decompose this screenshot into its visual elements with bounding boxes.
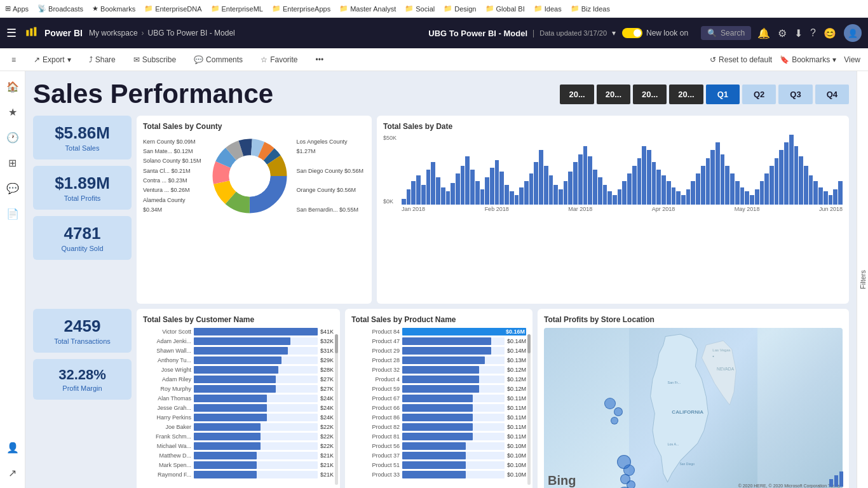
customer-bar-row: Roy Murphy $27K [143, 385, 334, 393]
product-bar-row: Product 4 $0.12M [351, 376, 526, 383]
county-label-5: Ventura ... $0.26M [143, 186, 203, 195]
globalbi-bookmark[interactable]: 📁 Global BI [485, 4, 525, 13]
product-scrollbar[interactable] [527, 334, 531, 485]
product-bar-track [402, 404, 505, 412]
user-avatar[interactable]: 👤 [844, 24, 862, 42]
date-bar-item [784, 142, 789, 205]
customer-bar-value: $24K [320, 395, 334, 402]
customer-bar-row: Raymond F... $21K [143, 471, 334, 478]
bookmarks-bar: ⊞ Apps 📡 Broadcasts ★ Bookmarks 📁 Enterp… [0, 0, 868, 18]
bookmarks-bookmark[interactable]: ★ Bookmarks [92, 4, 135, 13]
bizideas-bookmark[interactable]: 📁 Biz Ideas [571, 4, 610, 13]
q2-button[interactable]: Q2 [742, 85, 776, 104]
sidebar-expand[interactable]: ↗ [3, 463, 23, 483]
date-bar-item [446, 191, 451, 205]
product-chart-card: Total Sales by Product Name Product 84 $… [345, 309, 532, 488]
enterpriseapps-bookmark[interactable]: 📁 EnterpriseApps [272, 4, 330, 13]
separator: | [532, 29, 534, 37]
map-chart-title: Total Profits by Store Location [544, 315, 843, 324]
customer-bar-row: Anthony Tu... $29K [143, 356, 334, 364]
product-name: Product 66 [351, 405, 402, 411]
svg-rect-1 [30, 29, 32, 36]
design-bookmark[interactable]: 📁 Design [444, 4, 476, 13]
sidebar-favorite[interactable]: ★ [3, 102, 23, 122]
county-chart-title: Total Sales by County [143, 122, 365, 131]
svg-rect-26 [834, 475, 838, 487]
customer-scroll-thumb[interactable] [335, 334, 338, 353]
notification-icon[interactable]: 🔔 [757, 27, 770, 39]
filters-label[interactable]: Filters [859, 270, 867, 289]
date-bar-item [775, 158, 779, 205]
dropdown-icon[interactable]: ▾ [612, 29, 616, 37]
comments-button[interactable]: 💬 Comments [190, 53, 247, 67]
date-bar-item [715, 142, 720, 205]
year-btn-0[interactable]: 20... [560, 85, 593, 104]
date-bar-item [603, 185, 607, 205]
search-box[interactable]: 🔍 Search [701, 26, 751, 40]
customer-scrollbar[interactable] [335, 334, 338, 485]
ideas-bookmark[interactable]: 📁 Ideas [534, 4, 562, 13]
product-bar-track [402, 395, 505, 402]
date-bar-item [804, 166, 808, 205]
q3-button[interactable]: Q3 [778, 85, 812, 104]
date-bar-item [833, 189, 837, 205]
q1-button[interactable]: Q1 [706, 85, 740, 104]
enterprisedna-bookmark[interactable]: 📁 EnterpriseDNA [144, 4, 201, 13]
bookmarks-chevron: ▾ [832, 55, 836, 64]
product-bar-track [402, 347, 505, 355]
year-btn-2[interactable]: 20... [633, 85, 667, 104]
bookmarks-menu-button[interactable]: 🔖 Bookmarks ▾ [780, 55, 836, 64]
download-icon[interactable]: ⬇ [794, 27, 803, 39]
bing-logo: Bing [548, 473, 576, 488]
customer-bar-fill [194, 442, 261, 450]
enterpriseml-bookmark[interactable]: 📁 EnterpriseML [211, 4, 263, 13]
main-layout: 🏠 ★ 🕐 ⊞ 💬 📄 👤 ↗ Sales Performance 20... … [0, 71, 868, 488]
new-look-toggle[interactable] [622, 28, 642, 38]
help-icon[interactable]: ? [810, 27, 816, 39]
q4-button[interactable]: Q4 [815, 85, 849, 104]
customer-bar-row: Jesse Grah... $24K [143, 404, 334, 412]
hamburger-icon[interactable]: ☰ [6, 26, 17, 40]
year-btn-3[interactable]: 20... [669, 85, 703, 104]
nav-model[interactable]: UBG To Power BI - Model [148, 29, 235, 37]
date-bar-item [721, 154, 725, 205]
social-bookmark[interactable]: 📁 Social [405, 4, 435, 13]
date-bar-item [706, 158, 710, 205]
date-bar-item [407, 189, 411, 205]
date-chart-card: Total Sales by Date $50K $0K Jan 2018 Fe… [377, 116, 849, 304]
reset-button[interactable]: ↺ Reset to default [710, 55, 772, 64]
apps-bookmark[interactable]: ⊞ Apps [5, 4, 29, 13]
customer-bars: Victor Scott $41K Adam Jenki... $32K Sha… [143, 328, 334, 478]
view-button[interactable]: View [844, 55, 860, 64]
date-bar-item [461, 166, 465, 205]
settings-icon[interactable]: ⚙ [778, 27, 787, 39]
svg-text:San Fr...: San Fr... [668, 381, 681, 384]
sidebar-recent[interactable]: 🕐 [3, 127, 23, 147]
subscribe-button[interactable]: ✉ Subscribe [130, 53, 180, 67]
date-bar-item [696, 173, 700, 205]
masteranalyst-bookmark[interactable]: 📁 Master Analyst [339, 4, 396, 13]
customer-bar-row: Adam Riley $27K [143, 376, 334, 383]
menu-button[interactable]: ≡ [8, 53, 20, 67]
product-name: Product 56 [351, 443, 402, 449]
date-bar-item [515, 195, 519, 205]
sidebar-apps[interactable]: ⊞ [3, 152, 23, 173]
date-bar-item [456, 173, 460, 205]
nav-workspace[interactable]: My workspace [89, 29, 138, 37]
emoji-icon[interactable]: 😊 [824, 27, 836, 39]
share-button[interactable]: ⤴ Share [85, 53, 119, 67]
y-label-50k: $50K [383, 135, 397, 141]
sidebar-home[interactable]: 🏠 [3, 76, 23, 97]
export-button[interactable]: ↗ Export ▾ [30, 53, 75, 67]
favorite-button[interactable]: ☆ Favorite [257, 53, 301, 67]
customer-bar-track [194, 404, 318, 412]
product-scroll-thumb[interactable] [527, 334, 531, 353]
sidebar-user[interactable]: 👤 [3, 437, 23, 458]
more-options-button[interactable]: ••• [311, 53, 327, 67]
customer-name: Anthony Tu... [143, 357, 194, 363]
year-btn-1[interactable]: 20... [597, 85, 630, 104]
sidebar-learn[interactable]: 📄 [3, 203, 23, 224]
customer-bar-row: Adam Jenki... $32K [143, 337, 334, 345]
sidebar-shared[interactable]: 💬 [3, 178, 23, 198]
broadcasts-bookmark[interactable]: 📡 Broadcasts [37, 4, 83, 13]
